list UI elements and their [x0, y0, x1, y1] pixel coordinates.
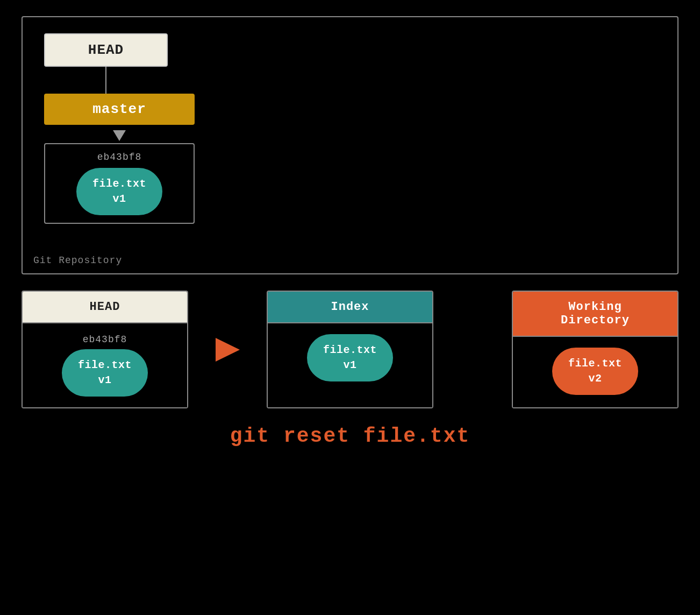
file-pill-working-dir: file.txt v2 — [552, 348, 638, 395]
master-box: master — [44, 94, 195, 125]
arrow-head-to-index — [206, 338, 249, 362]
col-body-head: eb43bf8 file.txt v1 — [23, 322, 187, 407]
col-header-index: Index — [268, 292, 432, 322]
file-pill-index: file.txt v1 — [307, 334, 393, 381]
col-panel-head: HEAD eb43bf8 file.txt v1 — [22, 291, 188, 408]
col-panel-working-dir: Working Directory file.txt v2 — [512, 291, 678, 408]
head-label-top: HEAD — [88, 42, 124, 58]
commit-box-top: eb43bf8 file.txt v1 — [44, 143, 195, 224]
file-pill-index-version: v1 — [343, 359, 356, 371]
file-pill-wd-version: v2 — [588, 372, 602, 385]
arrow-master-to-commit — [113, 130, 126, 141]
file-pill-top-name: file.txt — [92, 178, 146, 190]
commit-hash-bottom: eb43bf8 — [83, 334, 127, 345]
col-header-working-dir: Working Directory — [513, 292, 677, 336]
head-label-bottom: HEAD — [90, 300, 120, 314]
col-panel-index: Index file.txt v1 — [267, 291, 433, 408]
file-pill-wd-name: file.txt — [568, 357, 622, 370]
git-command-text: git reset file.txt — [230, 425, 470, 448]
git-command: git reset file.txt — [230, 425, 470, 448]
col-body-index: file.txt v1 — [268, 322, 432, 407]
three-column-layout: HEAD eb43bf8 file.txt v1 Index file.txt — [22, 291, 678, 408]
col-body-working-dir: file.txt v2 — [513, 336, 677, 407]
right-arrow-1 — [216, 338, 240, 362]
file-pill-index-name: file.txt — [323, 344, 377, 356]
bottom-section: HEAD eb43bf8 file.txt v1 Index file.txt — [22, 291, 678, 448]
master-label: master — [92, 101, 146, 117]
working-dir-label-line1: Working — [568, 300, 622, 314]
git-repository-box: HEAD master eb43bf8 file.txt v1 Git Repo… — [22, 16, 678, 274]
head-box-top: HEAD — [44, 33, 168, 67]
working-dir-label-line2: Directory — [561, 314, 630, 327]
commit-hash-top: eb43bf8 — [97, 152, 142, 162]
file-pill-top: file.txt v1 — [76, 168, 162, 215]
col-header-head: HEAD — [23, 292, 187, 322]
file-pill-head-version: v1 — [98, 374, 111, 386]
file-pill-head-name: file.txt — [78, 359, 132, 371]
index-label: Index — [331, 300, 369, 314]
file-pill-top-version: v1 — [112, 193, 126, 205]
git-repository-label: Git Repository — [33, 255, 122, 266]
file-pill-head: file.txt v1 — [62, 349, 148, 397]
line-head-to-master — [105, 67, 106, 94]
